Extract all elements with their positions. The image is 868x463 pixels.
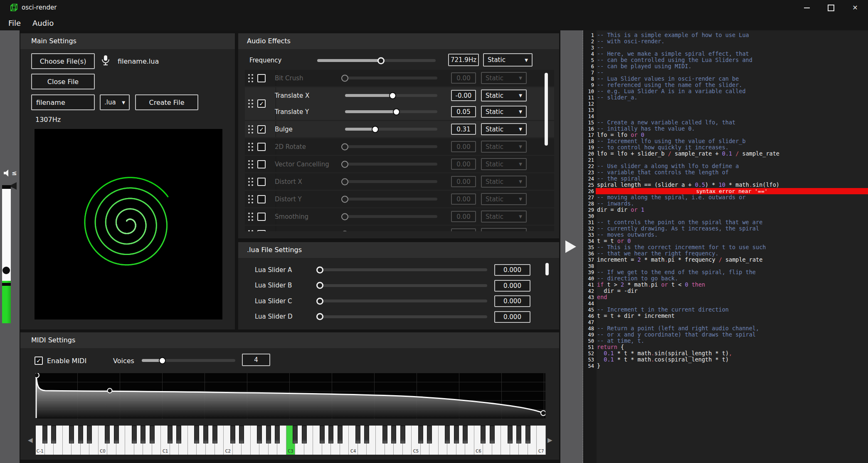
effect-slider-thumb[interactable] <box>372 126 379 133</box>
effect-value[interactable]: 0.05 <box>451 106 476 117</box>
black-key[interactable] <box>78 426 83 443</box>
effect-mode-dropdown[interactable]: Static▼ <box>481 193 527 205</box>
black-key[interactable] <box>328 426 333 443</box>
effect-value[interactable]: 0.00 <box>451 193 476 205</box>
black-key[interactable] <box>132 426 137 443</box>
frequency-slider[interactable] <box>317 59 436 62</box>
scroll-left-arrow-icon[interactable]: ◀ <box>28 436 33 444</box>
black-key[interactable] <box>141 426 145 443</box>
black-key[interactable] <box>239 426 244 443</box>
effect-mode-dropdown[interactable]: Static▼ <box>481 176 527 188</box>
frequency-value[interactable]: 721.9Hz <box>448 54 479 66</box>
maximize-icon[interactable] <box>821 0 841 15</box>
lua-scrollbar[interactable] <box>545 263 549 275</box>
effect-slider[interactable] <box>345 77 437 79</box>
effect-slider-thumb[interactable] <box>389 92 396 99</box>
lua-slider-value[interactable]: 0.000 <box>494 295 530 307</box>
black-key[interactable] <box>51 426 56 443</box>
black-key[interactable] <box>69 426 74 443</box>
filename-input[interactable]: filename <box>31 94 95 110</box>
effect-slider-thumb[interactable] <box>341 74 348 82</box>
effect-slider-thumb[interactable] <box>341 143 348 150</box>
create-file-button[interactable]: Create File <box>135 94 198 110</box>
effect-value[interactable]: 0.00 <box>451 228 476 231</box>
volume-slider-thumb[interactable] <box>2 267 10 274</box>
effect-mode-dropdown[interactable]: Static▼ <box>481 228 527 231</box>
effect-mode-dropdown[interactable]: Static▼ <box>481 158 527 170</box>
black-key[interactable] <box>114 426 119 443</box>
white-key-C7[interactable]: C7 <box>537 426 546 455</box>
adsr-envelope[interactable] <box>35 373 545 419</box>
scroll-right-arrow-icon[interactable]: ▶ <box>547 436 552 444</box>
black-key[interactable] <box>168 426 173 443</box>
lua-slider-value[interactable]: 0.000 <box>494 311 530 323</box>
black-key[interactable] <box>454 426 459 443</box>
effect-value[interactable]: 0.00 <box>451 141 476 152</box>
black-key[interactable] <box>400 426 405 443</box>
extension-dropdown[interactable]: .lua▼ <box>100 94 130 110</box>
effect-value[interactable]: 0.00 <box>451 211 476 222</box>
effect-value[interactable]: 0.31 <box>451 124 476 135</box>
effect-slider[interactable] <box>345 215 437 218</box>
lua-slider-thumb[interactable] <box>316 313 323 320</box>
effect-slider[interactable] <box>345 145 437 148</box>
menu-file[interactable]: File <box>6 18 23 28</box>
black-key[interactable] <box>203 426 208 443</box>
black-key[interactable] <box>338 426 343 443</box>
lua-slider[interactable] <box>320 268 487 271</box>
black-key[interactable] <box>463 426 468 443</box>
effect-mode-dropdown[interactable]: Static▼ <box>481 210 527 223</box>
black-key[interactable] <box>275 426 280 443</box>
effect-slider-thumb[interactable] <box>341 196 348 203</box>
effect-mode-dropdown[interactable]: Static▼ <box>481 72 527 84</box>
effect-mode-dropdown[interactable]: Static▼ <box>481 123 527 135</box>
effect-slider[interactable] <box>345 163 437 166</box>
piano-keyboard[interactable]: C-1C0C1C2C3C4C5C6C7 <box>35 425 546 455</box>
frequency-mode-dropdown[interactable]: Static▼ <box>483 53 533 67</box>
effect-slider-thumb[interactable] <box>341 213 348 220</box>
minimize-icon[interactable] <box>797 0 816 15</box>
voices-value[interactable]: 4 <box>242 354 270 366</box>
microphone-icon[interactable] <box>100 54 111 69</box>
effect-mode-dropdown[interactable]: Static▼ <box>481 106 527 118</box>
black-key[interactable] <box>266 426 271 443</box>
effect-slider[interactable] <box>345 198 437 201</box>
effect-value[interactable]: 0.00 <box>451 72 476 84</box>
black-key[interactable] <box>391 426 396 443</box>
enable-midi-checkbox[interactable]: ✓ <box>35 357 43 365</box>
effect-slider[interactable] <box>345 94 437 97</box>
black-key[interactable] <box>516 426 521 443</box>
black-key[interactable] <box>176 426 181 443</box>
black-key[interactable] <box>194 426 199 443</box>
effect-slider[interactable] <box>345 180 437 183</box>
voices-slider[interactable] <box>142 359 235 362</box>
menu-audio[interactable]: Audio <box>30 18 56 28</box>
black-key[interactable] <box>230 426 235 443</box>
effect-slider-thumb[interactable] <box>341 230 348 231</box>
play-icon[interactable] <box>565 240 576 253</box>
lua-slider-thumb[interactable] <box>316 297 323 305</box>
effect-slider-thumb[interactable] <box>341 161 348 168</box>
effect-value[interactable]: 0.00 <box>451 158 476 170</box>
black-key[interactable] <box>150 426 155 443</box>
lua-slider-thumb[interactable] <box>316 266 323 273</box>
black-key[interactable] <box>525 426 530 443</box>
choose-file-button[interactable]: Choose File(s) <box>31 53 95 69</box>
black-key[interactable] <box>445 426 450 443</box>
black-key[interactable] <box>320 426 325 443</box>
lua-slider[interactable] <box>320 284 487 287</box>
black-key[interactable] <box>364 426 369 443</box>
lua-slider[interactable] <box>320 300 487 302</box>
black-key[interactable] <box>382 426 387 443</box>
effect-slider-thumb[interactable] <box>341 178 348 185</box>
black-key[interactable] <box>490 426 495 443</box>
black-key[interactable] <box>42 426 47 443</box>
lua-slider-value[interactable]: 0.000 <box>494 280 530 292</box>
close-icon[interactable]: ✕ <box>846 0 865 15</box>
black-key[interactable] <box>257 426 262 443</box>
black-key[interactable] <box>418 426 423 443</box>
effect-slider-thumb[interactable] <box>393 108 400 115</box>
black-key[interactable] <box>355 426 360 443</box>
lua-code-editor[interactable]: 1-- This is a simple example of how to u… <box>584 30 868 463</box>
effect-slider[interactable] <box>345 110 437 113</box>
